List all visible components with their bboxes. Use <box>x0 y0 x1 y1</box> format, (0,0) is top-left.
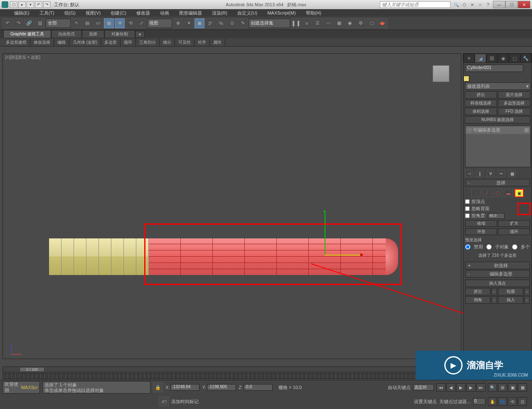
mod-ffdsel[interactable]: FFD 选择 <box>498 108 530 115</box>
angle-spinner[interactable]: 45.0 <box>488 213 505 219</box>
grow-button[interactable]: 扩大 <box>498 220 530 227</box>
object-name-input[interactable]: Cylinder001 <box>465 64 523 72</box>
curve-editor-button[interactable]: 〰 <box>323 18 333 28</box>
key-filters-button[interactable]: 关键点过滤器... <box>439 399 470 405</box>
open-icon[interactable]: ▸ <box>18 1 26 8</box>
ribbon-polys[interactable]: 多边形 <box>101 39 121 46</box>
search-icon[interactable]: 🔍 <box>453 1 460 8</box>
tab-selection[interactable]: 选择 <box>82 30 104 38</box>
select-name-button[interactable]: ▤ <box>82 18 92 28</box>
add-time-tag-label[interactable]: 添加时间标记 <box>171 399 199 405</box>
viewport-label[interactable]: [+][前][真实 + 边面] <box>5 55 40 60</box>
prev-frame-icon[interactable]: ◀ <box>446 383 456 392</box>
tab-paint[interactable]: 对象绘制 <box>104 30 135 38</box>
ribbon-geoall[interactable]: 几何体 (全部) <box>69 39 101 46</box>
maximize-button[interactable]: ☐ <box>505 1 518 8</box>
schematic-button[interactable]: ▦ <box>334 18 344 28</box>
mod-polysel[interactable]: 多边形选择 <box>498 99 530 107</box>
material-editor-button[interactable]: ◉ <box>345 18 355 28</box>
ribbon-polymodel[interactable]: 多边形建模 <box>2 39 30 46</box>
bevel-button[interactable]: 倒角 <box>465 296 490 304</box>
expand-icon[interactable]: + <box>467 128 471 132</box>
play-icon[interactable]: ▶ <box>456 383 466 392</box>
modifier-list-dropdown[interactable]: 修改器列表▾ <box>465 82 531 90</box>
viewport[interactable]: [+][前][真实 + 边面] <box>2 53 461 359</box>
mod-extrude[interactable]: 挤出 <box>465 91 497 99</box>
pivot-button[interactable]: ⊕ <box>173 18 183 28</box>
selection-lock-dropdown[interactable]: 选定对 <box>413 384 434 391</box>
tab-graphite[interactable]: Graphite 建模工具 <box>3 30 51 38</box>
y-coord-input[interactable]: -1198.905 <box>207 384 236 391</box>
mirror-button[interactable]: ▌▐ <box>291 18 301 28</box>
loop-button[interactable]: 循环 <box>498 228 530 235</box>
ribbon-loops[interactable]: 循环 <box>121 39 136 46</box>
undo-icon[interactable]: ↶ <box>35 1 42 8</box>
subobj-border-icon[interactable]: ◯ <box>493 189 502 197</box>
make-unique-icon[interactable]: ∀ <box>487 170 494 177</box>
redo-button[interactable]: ↷ <box>13 18 23 28</box>
outline-settings-icon[interactable]: ▫ <box>524 288 530 295</box>
menu-edit[interactable]: 编辑(E) <box>10 10 34 16</box>
time-slider[interactable]: 0 / 100 <box>2 367 461 372</box>
tab-utilities-icon[interactable]: 🔧 <box>520 54 532 63</box>
menu-help[interactable]: 帮助(H) <box>302 10 325 16</box>
outline-button[interactable]: 轮廓 <box>498 288 523 295</box>
zoom-all-icon[interactable]: ⊞ <box>498 383 507 392</box>
tab-motion-icon[interactable]: ◉ <box>498 54 509 63</box>
exchange-icon[interactable]: ✕ <box>469 1 475 8</box>
close-button[interactable]: ✕ <box>518 1 530 8</box>
autokey-button[interactable]: 自动关键点 <box>388 384 411 391</box>
zoom-extents-icon[interactable]: ▣ <box>508 383 517 392</box>
ribbon-align[interactable]: 对齐 <box>195 39 210 46</box>
pan-icon[interactable]: ✋ <box>488 397 497 406</box>
menu-animation[interactable]: 动画 <box>156 10 173 16</box>
select-button[interactable]: ↖ <box>71 18 81 28</box>
scale-button[interactable]: ⤢ <box>136 18 146 28</box>
stack-item-editpoly[interactable]: + 可编辑多边形 <box>466 126 530 134</box>
modifier-stack[interactable]: + 可编辑多边形 <box>465 126 531 167</box>
rollout-selection[interactable]: -选择 <box>465 179 530 186</box>
goto-start-icon[interactable]: ⏮ <box>436 383 446 392</box>
ribbon-props[interactable]: 属性 <box>210 39 225 46</box>
favorite-icon[interactable]: ☆ <box>477 1 483 8</box>
render-frame-button[interactable]: ▢ <box>367 18 377 28</box>
viewcube[interactable] <box>433 65 449 82</box>
menu-tools[interactable]: 工具(T) <box>35 10 59 16</box>
extrude-settings-icon[interactable]: ▫ <box>491 288 497 295</box>
move-button[interactable]: ✥ <box>115 18 125 28</box>
maxscript-listener[interactable]: 欢迎使用MAXScr <box>2 381 40 394</box>
zoom-extents-all-icon[interactable]: ▦ <box>518 383 527 392</box>
tab-modify-icon[interactable]: ◢ <box>475 54 486 63</box>
link-button[interactable]: 🔗 <box>24 18 34 28</box>
align-button[interactable]: ≡ <box>302 18 312 28</box>
rollout-softsel[interactable]: +软选择 <box>465 262 530 269</box>
shrink-button[interactable]: 收缩 <box>465 220 497 227</box>
ribbon-visibility[interactable]: 可见性 <box>175 39 195 46</box>
tab-create-icon[interactable]: ✳ <box>463 54 475 63</box>
redo-icon[interactable]: ↷ <box>43 1 51 8</box>
window-crossing-button[interactable]: ▦ <box>104 18 114 28</box>
bevel-settings-icon[interactable]: ▫ <box>491 296 497 304</box>
ribbon-modifysel[interactable]: 修改选择 <box>30 39 54 46</box>
time-slider-handle[interactable]: 0 / 100 <box>20 367 44 372</box>
goto-end-icon[interactable]: ⏭ <box>476 383 485 392</box>
remove-mod-icon[interactable]: ✂ <box>498 170 505 177</box>
configure-sets-icon[interactable]: ▦ <box>508 170 516 177</box>
zoom-icon[interactable]: 🔍 <box>488 383 497 392</box>
x-coord-input[interactable]: -13248.84 <box>170 384 200 391</box>
mod-volsel[interactable]: 体积选择 <box>465 108 497 115</box>
menu-group[interactable]: 组(G) <box>60 10 80 16</box>
named-selection-dropdown[interactable]: 创建选择集 <box>249 19 290 28</box>
walk-icon[interactable]: 👣 <box>498 397 507 406</box>
spinner-snap-button[interactable]: ⊙ <box>227 18 237 28</box>
ring-button[interactable]: 环形 <box>465 228 497 235</box>
inset-settings-icon[interactable]: ▫ <box>524 296 530 304</box>
ignore-backfacing-checkbox[interactable] <box>465 206 470 211</box>
snap-toggle-button[interactable]: ▣ <box>195 18 204 28</box>
insert-vertex-button[interactable]: 插入顶点 <box>465 280 530 287</box>
preview-off-radio[interactable] <box>465 244 470 250</box>
app-icon[interactable] <box>2 1 8 8</box>
new-icon[interactable]: ▢ <box>10 1 17 8</box>
angle-snap-button[interactable]: 3° <box>205 18 215 28</box>
mod-patchsel[interactable]: 面片选择 <box>498 91 530 99</box>
